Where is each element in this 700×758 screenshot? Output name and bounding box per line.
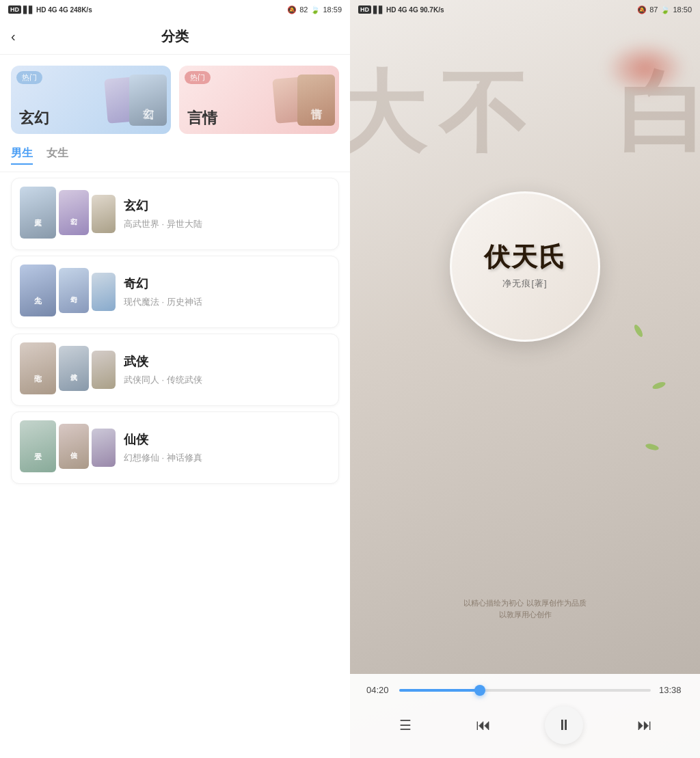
cat-sub-xuanhuan: 高武世界 · 异世大陆 (124, 218, 330, 230)
book-cover-circle: 伏天氏 净无痕[著] (450, 191, 600, 342)
cat-sub-xianxia: 幻想修仙 · 神话修真 (124, 452, 330, 464)
left-status-bar: HD ▋▋ HD 4G 4G 248K/s 🔕 82 🍃 18:59 (0, 0, 350, 19)
yanqing-covers: 言情 (271, 66, 339, 134)
cat-cover-xx-1: 登天 (20, 420, 56, 472)
right-time: 18:50 (673, 5, 692, 14)
left-time: 18:59 (323, 5, 342, 14)
left-status-right: 🔕 82 🍃 18:59 (287, 5, 342, 14)
cat-sub-wuxia: 武侠同人 · 传统武侠 (124, 374, 330, 386)
cat-name-qihuan: 奇幻 (124, 275, 330, 292)
playlist-button[interactable]: ☰ (389, 709, 422, 742)
cat-sub-qihuan: 现代魔法 · 历史神话 (124, 296, 330, 308)
book-title: 伏天氏 (484, 243, 566, 272)
hot-badge-yanqing: 热门 (185, 71, 211, 84)
xuanhuan-label: 玄幻 (11, 103, 57, 134)
cat-cover-wx-1: 七陈 (20, 342, 56, 394)
category-item-xuanhuan[interactable]: 天庭 玄幻 玄幻 高武世界 · 异世大陆 (11, 178, 339, 250)
playlist-icon: ☰ (399, 717, 412, 733)
yanqing-label: 言情 (179, 103, 226, 134)
signal-icon: ▋▋ (23, 6, 34, 14)
right-status-info: HD ▋▋ HD 4G 4G 90.7K/s (358, 5, 444, 14)
left-header: ‹ 分类 (0, 19, 350, 55)
sub-info-line1: 以精心描绘为初心 以敦厚创作为品质 (350, 597, 700, 610)
battery-pct: 82 (299, 5, 308, 14)
leaf-icon: 🍃 (310, 5, 320, 14)
hd-badge-r: HD (358, 5, 371, 14)
xuanhuan-cover-right: 玄幻 (129, 75, 167, 126)
cat-info-xianxia: 仙侠 幻想修仙 · 神话修真 (124, 431, 330, 464)
yanqing-cover-right: 言情 (297, 75, 335, 126)
category-list: 天庭 玄幻 玄幻 高武世界 · 异世大陆 九尘 奇幻 (0, 172, 350, 758)
cat-covers-xuanhuan: 天庭 玄幻 (20, 187, 116, 241)
bell-icon-r: 🔕 (637, 5, 647, 14)
player-area: 04:20 13:38 ☰ ⏮ ⏸ ⏭ (350, 674, 700, 758)
genre-cards-container: 热门 玄幻 玄幻 热门 言情 言情 (0, 55, 350, 139)
cat-cover-xh-1: 天庭 (20, 187, 56, 239)
back-button[interactable]: ‹ (11, 29, 16, 44)
pause-button[interactable]: ⏸ (545, 706, 583, 744)
bell-icon: 🔕 (287, 5, 297, 14)
prev-button[interactable]: ⏮ (467, 709, 500, 742)
cat-covers-qihuan: 九尘 奇幻 (20, 265, 116, 319)
progress-row: 04:20 13:38 (366, 685, 684, 695)
right-panel: 大 不 白 HD ▋▋ HD 4G 4G 90.7K/s 🔕 87 🍃 18:5… (350, 0, 700, 758)
genre-card-xuanhuan[interactable]: 热门 玄幻 玄幻 (11, 66, 171, 134)
prev-icon: ⏮ (476, 716, 491, 734)
progress-bar[interactable] (399, 689, 651, 692)
background (350, 0, 700, 758)
cat-covers-wuxia: 七陈 武侠 (20, 342, 116, 397)
cat-info-qihuan: 奇幻 现代魔法 · 历史神话 (124, 275, 330, 308)
tab-male[interactable]: 男生 (11, 146, 33, 165)
xuanhuan-covers: 玄幻 (103, 66, 171, 134)
pause-icon: ⏸ (556, 716, 571, 734)
page-title: 分类 (161, 27, 189, 46)
cat-info-xuanhuan: 玄幻 高武世界 · 异世大陆 (124, 198, 330, 230)
category-item-wuxia[interactable]: 七陈 武侠 武侠 武侠同人 · 传统武侠 (11, 334, 339, 406)
current-time: 04:20 (366, 685, 391, 695)
cat-name-wuxia: 武侠 (124, 353, 330, 370)
progress-fill (399, 689, 480, 692)
signal-icon-r: ▋▋ (373, 6, 384, 14)
next-icon: ⏭ (637, 716, 652, 734)
cat-cover-wx-2: 武侠 (59, 346, 88, 391)
battery-pct-r: 87 (649, 5, 658, 14)
cat-name-xianxia: 仙侠 (124, 431, 330, 448)
left-status-info: HD ▋▋ HD 4G 4G 248K/s (8, 5, 92, 14)
book-sub-info: 以精心描绘为初心 以敦厚创作为品质 以敦厚用心创作 (350, 597, 700, 621)
data-speed: HD 4G 4G 248K/s (36, 6, 92, 14)
red-splash-decoration (604, 41, 686, 96)
cat-cover-xx-3 (92, 429, 116, 467)
cat-cover-qh-3 (92, 273, 116, 311)
tab-female[interactable]: 女生 (46, 146, 68, 165)
category-item-xianxia[interactable]: 登天 仙侠 仙侠 幻想修仙 · 神话修真 (11, 411, 339, 484)
next-button[interactable]: ⏭ (628, 709, 661, 742)
cat-cover-xh-2: 玄幻 (59, 190, 88, 235)
category-item-qihuan[interactable]: 九尘 奇幻 奇幻 现代魔法 · 历史神话 (11, 256, 339, 328)
hd-badge: HD (8, 5, 21, 14)
controls-row: ☰ ⏮ ⏸ ⏭ (366, 706, 684, 744)
sub-info-line2: 以敦厚用心创作 (350, 609, 700, 621)
cat-cover-xx-2: 仙侠 (59, 424, 88, 469)
cat-name-xuanhuan: 玄幻 (124, 198, 330, 214)
leaf-icon-r: 🍃 (660, 5, 670, 14)
hot-badge-xuanhuan: 热门 (16, 71, 42, 84)
progress-dot[interactable] (474, 685, 485, 696)
right-status-bar: HD ▋▋ HD 4G 4G 90.7K/s 🔕 87 🍃 18:50 (350, 0, 700, 19)
right-data-speed: HD 4G 4G 90.7K/s (386, 6, 444, 14)
cat-cover-xh-3 (92, 195, 116, 233)
book-author: 净无痕[著] (502, 278, 547, 290)
left-panel: HD ▋▋ HD 4G 4G 248K/s 🔕 82 🍃 18:59 ‹ 分类 … (0, 0, 350, 758)
total-time: 13:38 (659, 685, 684, 695)
right-status-right: 🔕 87 🍃 18:50 (637, 5, 692, 14)
cat-info-wuxia: 武侠 武侠同人 · 传统武侠 (124, 353, 330, 386)
cat-covers-xianxia: 登天 仙侠 (20, 420, 116, 475)
cat-cover-wx-3 (92, 351, 116, 389)
gender-tabs: 男生 女生 (0, 139, 350, 172)
genre-card-yanqing[interactable]: 热门 言情 言情 (179, 66, 339, 134)
cat-cover-qh-1: 九尘 (20, 265, 56, 316)
cat-cover-qh-2: 奇幻 (59, 268, 88, 313)
